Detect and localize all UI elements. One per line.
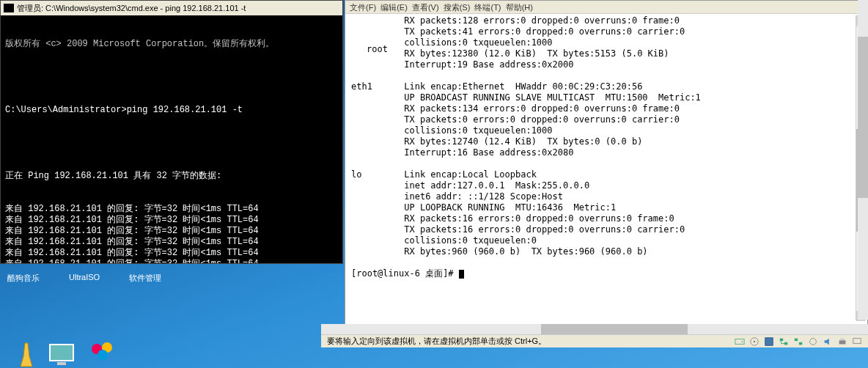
cmd-prompt: C:\Users\Administrator>ping 192.168.21.1… — [5, 105, 338, 116]
terminal-line: TX packets:16 errors:0 dropped:0 overrun… — [351, 224, 861, 235]
terminal-line — [351, 257, 861, 268]
terminal-line: UP LOOPBACK RUNNING MTU:16436 Metric:1 — [351, 202, 861, 213]
desktop-icon-kugou[interactable]: 酷狗音乐 — [7, 273, 40, 284]
terminal-line: UP BROADCAST RUNNING SLAVE MULTICAST MTU… — [351, 92, 861, 103]
vm-hscroll-thumb[interactable] — [541, 324, 688, 334]
terminal-line: TX packets:41 errors:0 dropped:0 overrun… — [351, 26, 861, 37]
terminal-line: RX bytes:12380 (12.0 KiB) TX bytes:5153 … — [351, 48, 861, 59]
desktop-icon-software[interactable]: 软件管理 — [129, 273, 161, 284]
terminal-window[interactable]: 文件(F) 编辑(E) 查看(V) 搜索(S) 终端(T) 帮助(H) RX p… — [345, 0, 868, 334]
terminal-line: RX bytes:12740 (12.4 KiB) TX bytes:0 (0.… — [351, 136, 861, 147]
terminal-line: Interrupt:19 Base address:0x2000 — [351, 59, 861, 70]
terminal-output[interactable]: RX packets:128 errors:0 dropped:0 overru… — [345, 14, 867, 318]
svg-rect-13 — [50, 345, 73, 361]
cmd-reply-line: 来自 192.168.21.101 的回复: 字节=32 时间<1ms TTL=… — [5, 248, 338, 259]
cmd-titlebar[interactable]: 管理员: C:\Windows\system32\cmd.exe - ping … — [1, 1, 342, 15]
terminal-line: collisions:0 txqueuelen:1000 — [351, 37, 861, 48]
taskbar-broom-icon[interactable] — [10, 340, 43, 368]
terminal-line: collisions:0 txqueuelen:1000 — [351, 125, 861, 136]
vm-scroll-thumb[interactable] — [858, 37, 868, 198]
terminal-line: Interrupt:16 Base address:0x2080 — [351, 147, 861, 158]
cmd-icon — [4, 4, 14, 12]
cmd-output[interactable]: 版权所有 <c> 2009 Microsoft Corporation。保留所有… — [1, 15, 342, 263]
cmd-reply-line: 来自 192.168.21.101 的回复: 字节=32 时间<1ms TTL=… — [5, 259, 338, 263]
terminal-line: eth1 Link encap:Ethernet HWaddr 00:0C:29… — [351, 81, 861, 92]
cmd-copyright: 版权所有 <c> 2009 Microsoft Corporation。保留所有… — [5, 39, 338, 50]
terminal-line: RX packets:128 errors:0 dropped:0 overru… — [351, 15, 861, 26]
cmd-reply-line: 来自 192.168.21.101 的回复: 字节=32 时间<1ms TTL=… — [5, 215, 338, 226]
taskbar-monitor-icon[interactable] — [45, 340, 78, 368]
taskbar[interactable] — [0, 334, 868, 368]
terminal-line: collisions:0 txqueuelen:0 — [351, 235, 861, 246]
terminal-line: RX bytes:960 (960.0 b) TX bytes:960 (960… — [351, 246, 861, 257]
svg-rect-14 — [57, 362, 66, 365]
svg-point-17 — [98, 350, 108, 360]
terminal-line: inet addr:127.0.0.1 Mask:255.0.0.0 — [351, 180, 861, 191]
vm-horizontal-scrollbar[interactable] — [321, 324, 868, 334]
cmd-reply-line: 来自 192.168.21.101 的回复: 字节=32 时间<1ms TTL=… — [5, 204, 338, 215]
desktop-icons: 酷狗音乐 UltraISO 软件管理 — [7, 273, 161, 284]
side-label-root: root — [367, 44, 388, 54]
terminal-line: RX packets:134 errors:0 dropped:0 overru… — [351, 103, 861, 114]
terminal-line — [351, 70, 861, 81]
vm-vertical-scrollbar[interactable] — [858, 0, 868, 320]
cmd-reply-line: 来自 192.168.21.101 的回复: 字节=32 时间<1ms TTL=… — [5, 237, 338, 248]
cmd-window[interactable]: 管理员: C:\Windows\system32\cmd.exe - ping … — [0, 0, 343, 264]
terminal-line: inet6 addr: ::1/128 Scope:Host — [351, 191, 861, 202]
terminal-line — [351, 158, 861, 169]
cmd-reply-line: 来自 192.168.21.101 的回复: 字节=32 时间<1ms TTL=… — [5, 226, 338, 237]
terminal-line: lo Link encap:Local Loopback — [351, 169, 861, 180]
desktop-icon-ultraiso[interactable]: UltraISO — [69, 273, 100, 284]
cmd-title-text: 管理员: C:\Windows\system32\cmd.exe - ping … — [17, 3, 246, 14]
taskbar-balloons-icon[interactable] — [88, 340, 120, 368]
terminal-line: [root@linux-6 桌面]# — [351, 268, 861, 279]
terminal-line: TX packets:0 errors:0 dropped:0 overruns… — [351, 114, 861, 125]
cmd-ping-header: 正在 Ping 192.168.21.101 具有 32 字节的数据: — [5, 171, 338, 182]
terminal-menubar[interactable]: 文件(F) 编辑(E) 查看(V) 搜索(S) 终端(T) 帮助(H) — [345, 1, 867, 14]
terminal-cursor — [459, 270, 464, 279]
terminal-line: RX packets:16 errors:0 dropped:0 overrun… — [351, 213, 861, 224]
